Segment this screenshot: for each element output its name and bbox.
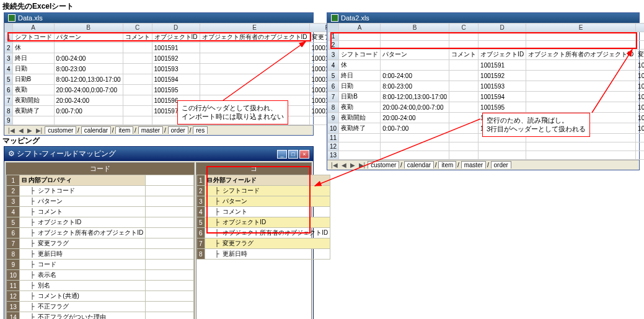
col-header[interactable]: C (123, 24, 152, 32)
cell[interactable] (449, 81, 479, 92)
cell[interactable] (526, 60, 636, 71)
row-header[interactable]: 12 (328, 142, 339, 151)
tab-first-icon[interactable]: |◀ (330, 162, 339, 168)
row-header[interactable]: 1 (328, 32, 339, 41)
tree-item[interactable]: ├ オブジェクトID (205, 217, 330, 228)
tree-item[interactable]: ├ 不正フラグがついた理由 (20, 312, 146, 320)
row-header[interactable]: 8 (328, 102, 339, 113)
sheet-tab[interactable]: customer (368, 161, 399, 168)
sheet-tab[interactable]: calendar (404, 161, 434, 168)
cell[interactable] (339, 151, 381, 160)
row-header[interactable]: 6 (5, 85, 13, 95)
sheet-tabs[interactable]: |◀ ◀ ▶ ▶| customer / calendar / item / m… (4, 125, 313, 135)
excel-titlebar[interactable]: Data.xls (4, 13, 313, 23)
cell[interactable]: 0:00-24:00 (381, 71, 449, 81)
cell[interactable] (449, 60, 479, 71)
cell[interactable] (526, 151, 636, 160)
sheet-tab[interactable]: item (438, 161, 456, 168)
cell[interactable]: 休 (12, 43, 54, 53)
sheet-tab[interactable]: order (168, 126, 188, 134)
cell[interactable] (449, 32, 479, 41)
tree-item[interactable]: ├ 不正フラグ (20, 302, 146, 312)
row-header[interactable]: 11 (328, 134, 339, 142)
row-header[interactable]: 9 (5, 116, 13, 125)
tab-last-icon[interactable]: ▶| (358, 162, 367, 168)
tree-item[interactable]: ├ シフトコード (20, 186, 146, 196)
cell[interactable] (54, 43, 123, 53)
tree-item[interactable]: ├ コード (20, 260, 146, 270)
row-header[interactable]: 10 (328, 123, 339, 134)
col-header[interactable]: E (526, 24, 636, 32)
cell[interactable] (636, 32, 644, 41)
cell[interactable] (381, 142, 449, 151)
cell[interactable]: コメント (449, 50, 479, 60)
cell[interactable] (526, 71, 636, 81)
cell[interactable] (526, 32, 636, 41)
cell[interactable]: 日勤B (12, 74, 54, 85)
tab-prev-icon[interactable]: ◀ (17, 127, 25, 134)
tab-next-icon[interactable]: ▶ (26, 127, 33, 134)
cell[interactable]: 1000165 (636, 102, 644, 113)
tab-first-icon[interactable]: |◀ (7, 127, 16, 134)
col-header[interactable]: D (152, 24, 200, 32)
cell[interactable]: 終日 (12, 53, 54, 64)
cell[interactable]: 20:00-24:00,0:00-7:00 (54, 85, 123, 95)
cell[interactable]: 8:00-23:00 (54, 64, 123, 74)
cell[interactable]: 8:00-12:00,13:00-17:00 (381, 92, 449, 102)
tree-item[interactable]: ├ シフトコード (205, 186, 330, 196)
col-header[interactable]: A (12, 24, 54, 32)
cell[interactable]: 夜勤 (12, 85, 54, 95)
cell[interactable] (449, 102, 479, 113)
cell[interactable]: 1000165 (636, 81, 644, 92)
tree-internal[interactable]: 1⊟ 内部プロパティ2├ シフトコード3├ パターン4├ コメント5├ オブジェ… (6, 175, 194, 319)
cell[interactable] (381, 134, 449, 142)
cell[interactable]: 夜勤開始 (339, 113, 381, 123)
tree-item[interactable]: ├ コメント(共通) (20, 291, 146, 302)
col-header[interactable]: B (381, 24, 449, 32)
cell[interactable] (339, 134, 381, 142)
sheet-tab[interactable]: master (138, 126, 164, 134)
mapping-titlebar[interactable]: ⚙ シフト-フィールドマッピング _ □ × (4, 147, 313, 161)
cell[interactable]: コメント (123, 32, 152, 43)
cell[interactable] (449, 71, 479, 81)
tree-item[interactable]: ├ 表示名 (20, 270, 146, 281)
cell[interactable] (449, 142, 479, 151)
cell[interactable]: 1001592 (152, 53, 200, 64)
sheet-tab[interactable]: res (193, 126, 208, 134)
tree-item[interactable]: ├ コメント (205, 207, 330, 217)
col-header[interactable]: F (636, 24, 644, 32)
tree-item[interactable]: ├ 別名 (20, 281, 146, 291)
sheet-tab[interactable]: order (491, 161, 511, 168)
tab-last-icon[interactable]: ▶| (35, 127, 44, 134)
cell[interactable] (636, 142, 644, 151)
col-header[interactable]: D (479, 24, 526, 32)
tree-item[interactable]: ├ コメント (20, 207, 146, 217)
cell[interactable] (449, 92, 479, 102)
cell[interactable]: 0:00-7:00 (381, 123, 449, 134)
sheet-tab[interactable]: item (115, 126, 133, 134)
tree-item[interactable]: ├ オブジェクト所有者のオブジェクトID (205, 228, 330, 238)
tree-item[interactable]: ├ 変更フラグ (20, 238, 146, 249)
cell[interactable]: 1000165 (636, 113, 644, 123)
cell[interactable] (449, 151, 479, 160)
cell[interactable]: 8:00-12:00,13:00-17:00 (54, 74, 123, 85)
cell[interactable]: 20:00-24:00,0:00-7:00 (381, 102, 449, 113)
cell[interactable] (479, 32, 526, 41)
row-header[interactable]: 1 (5, 32, 13, 43)
cell[interactable]: 20:00-24:00 (54, 95, 123, 106)
cell[interactable] (526, 81, 636, 92)
cell[interactable] (526, 102, 636, 113)
row-header[interactable]: 2 (5, 43, 13, 53)
cell[interactable] (123, 106, 152, 116)
row-header[interactable]: 5 (328, 71, 339, 81)
cell[interactable]: 1001595 (479, 102, 526, 113)
cell[interactable]: 休 (339, 60, 381, 71)
cell[interactable]: 夜勤開始 (12, 95, 54, 106)
tree-external[interactable]: 1⊟ 外部フィールド2├ シフトコード3├ パターン4├ コメント5├ オブジェ… (196, 175, 330, 260)
cell[interactable] (479, 151, 526, 160)
excel-grid[interactable]: ABCDEFG123シフトコードパターンコメントオブジェクトIDオブジェクト所有… (327, 23, 644, 160)
cell[interactable]: シフトコード (339, 50, 381, 60)
cell[interactable]: 1001594 (152, 74, 200, 85)
cell[interactable] (636, 41, 644, 50)
cell[interactable] (123, 95, 152, 106)
